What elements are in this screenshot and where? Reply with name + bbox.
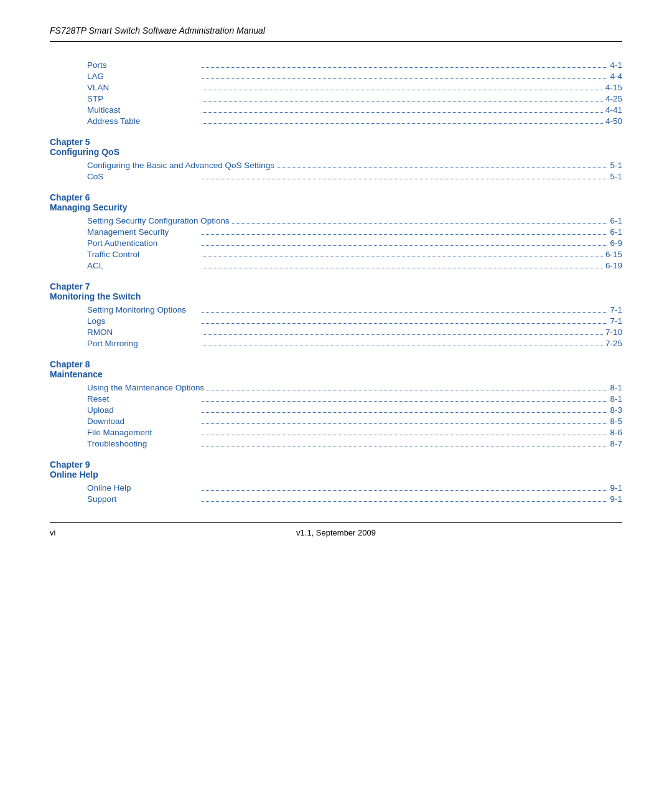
toc-dots — [202, 257, 603, 257]
toc-entry: Troubleshooting 8-7 — [87, 439, 622, 448]
toc-dots — [202, 234, 607, 235]
toc-entry: LAG 4-4 — [87, 72, 622, 81]
chapter7-label: Chapter 7 — [50, 281, 622, 291]
toc-link[interactable]: Download — [87, 417, 199, 426]
toc-dots — [202, 501, 607, 502]
chapter8-label: Chapter 8 — [50, 359, 622, 369]
toc-link[interactable]: Multicast — [87, 105, 199, 115]
toc-page: 5-1 — [610, 161, 622, 170]
chapter5-label: Chapter 5 — [50, 137, 622, 147]
chapter9-entries: Online Help 9-1 Support 9-1 — [87, 483, 622, 504]
toc-page: 6-9 — [610, 238, 622, 248]
toc-dots — [277, 168, 608, 168]
chapter8-title: Maintenance — [50, 369, 622, 379]
chapter9-section: Chapter 9 Online Help Online Help 9-1 Su… — [50, 460, 622, 504]
toc-page: 4-15 — [605, 83, 622, 92]
toc-entry: Configuring the Basic and Advanced QoS S… — [87, 161, 622, 170]
toc-entry: Ports 4-1 — [87, 60, 622, 70]
toc-page: 7-10 — [605, 328, 622, 337]
toc-page: 5-1 — [610, 172, 622, 181]
footer-version: v1.1, September 2009 — [296, 528, 376, 537]
chapter7-section: Chapter 7 Monitoring the Switch Setting … — [50, 281, 622, 348]
page-container: FS728TP Smart Switch Software Administra… — [0, 0, 672, 575]
toc-link[interactable]: Management Security — [87, 227, 199, 237]
toc-dots — [202, 268, 603, 268]
chapter5-entries: Configuring the Basic and Advanced QoS S… — [87, 161, 622, 181]
toc-entry: Management Security 6-1 — [87, 227, 622, 237]
toc-entry: CoS 5-1 — [87, 172, 622, 181]
chapter9-label: Chapter 9 — [50, 460, 622, 470]
toc-link[interactable]: Address Table — [87, 116, 199, 126]
toc-dots — [232, 223, 608, 224]
toc-page: 8-7 — [610, 439, 622, 448]
chapter8-section: Chapter 8 Maintenance Using the Maintena… — [50, 359, 622, 448]
chapter6-title: Managing Security — [50, 202, 622, 212]
chapter6-entries: Setting Security Configuration Options 6… — [87, 216, 622, 270]
toc-entry: Upload 8-3 — [87, 405, 622, 415]
toc-link[interactable]: VLAN — [87, 83, 199, 92]
toc-page: 8-1 — [610, 394, 622, 404]
toc-page: 8-5 — [610, 417, 622, 426]
toc-link[interactable]: CoS — [87, 172, 199, 181]
chapter5-section: Chapter 5 Configuring QoS Configuring th… — [50, 137, 622, 181]
chapter8-heading: Chapter 8 Maintenance — [50, 359, 622, 379]
toc-link[interactable]: Setting Security Configuration Options — [87, 216, 230, 225]
toc-link[interactable]: Troubleshooting — [87, 439, 199, 448]
footer: vi v1.1, September 2009 — [50, 522, 622, 537]
toc-entry: Port Authentication 6-9 — [87, 238, 622, 248]
toc-entry: Logs 7-1 — [87, 316, 622, 326]
toc-page: 6-15 — [605, 250, 622, 259]
toc-link[interactable]: RMON — [87, 328, 199, 337]
toc-page: 7-1 — [610, 316, 622, 326]
toc-link[interactable]: Support — [87, 494, 199, 504]
footer-page-number: vi — [50, 528, 55, 537]
toc-link[interactable]: Upload — [87, 405, 199, 415]
toc-dots — [202, 323, 607, 324]
chapter9-heading: Chapter 9 Online Help — [50, 460, 622, 479]
chapter4-section: Ports 4-1 LAG 4-4 VLAN 4-15 STP 4-25 Mul… — [87, 60, 622, 126]
toc-link[interactable]: Reset — [87, 394, 199, 404]
toc-entry: VLAN 4-15 — [87, 83, 622, 92]
toc-link[interactable]: Online Help — [87, 483, 199, 493]
toc-dots — [202, 90, 603, 90]
toc-link[interactable]: Port Authentication — [87, 238, 199, 248]
toc-entry: Port Mirroring 7-25 — [87, 339, 622, 348]
toc-link[interactable]: Traffic Control — [87, 250, 199, 259]
chapter6-heading: Chapter 6 Managing Security — [50, 192, 622, 212]
toc-entry: Support 9-1 — [87, 494, 622, 504]
toc-entry: Using the Maintenance Options 8-1 — [87, 383, 622, 392]
toc-link[interactable]: Port Mirroring — [87, 339, 199, 348]
toc-link[interactable]: LAG — [87, 72, 199, 81]
toc-page: 7-1 — [610, 305, 622, 314]
toc-dots — [207, 390, 607, 390]
toc-dots — [202, 346, 603, 346]
chapter5-title: Configuring QoS — [50, 147, 622, 157]
toc-link[interactable]: Configuring the Basic and Advanced QoS S… — [87, 161, 274, 170]
toc-link[interactable]: Logs — [87, 316, 199, 326]
toc-page: 4-4 — [610, 72, 622, 81]
toc-entry: Address Table 4-50 — [87, 116, 622, 126]
toc-link[interactable]: ACL — [87, 261, 199, 270]
toc-entry: STP 4-25 — [87, 94, 622, 103]
toc-page: 4-41 — [605, 105, 622, 115]
toc-link[interactable]: Using the Maintenance Options — [87, 383, 204, 392]
toc-entry: Online Help 9-1 — [87, 483, 622, 493]
toc-page: 7-25 — [605, 339, 622, 348]
toc-entry: Setting Security Configuration Options 6… — [87, 216, 622, 225]
toc-page: 4-1 — [610, 60, 622, 70]
toc-page: 6-1 — [610, 227, 622, 237]
toc-page: 8-1 — [610, 383, 622, 392]
toc-entry: RMON 7-10 — [87, 328, 622, 337]
toc-link[interactable]: STP — [87, 94, 199, 103]
toc-dots — [202, 112, 603, 113]
chapter8-entries: Using the Maintenance Options 8-1 Reset … — [87, 383, 622, 448]
toc-dots — [202, 423, 607, 424]
toc-link[interactable]: File Management — [87, 428, 199, 437]
toc-link[interactable]: Setting Monitoring Options — [87, 305, 199, 314]
toc-dots — [202, 412, 607, 413]
toc-link[interactable]: Ports — [87, 60, 199, 70]
toc-page: 6-19 — [605, 261, 622, 270]
toc-page: 4-50 — [605, 116, 622, 126]
toc-dots — [202, 78, 607, 79]
header-title: FS728TP Smart Switch Software Administra… — [50, 26, 265, 35]
